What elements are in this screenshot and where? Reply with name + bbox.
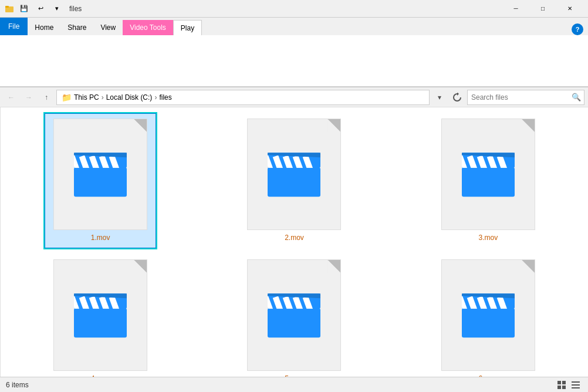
address-bar: ← → ↑ 📁 This PC › Local Disk (C:) › file…: [0, 87, 588, 107]
folder-icon: [5, 4, 14, 13]
file-item-f4[interactable]: 4.mov: [45, 254, 156, 377]
path-this-pc[interactable]: This PC: [74, 93, 99, 102]
svg-rect-59: [562, 386, 566, 389]
window-title: files: [69, 5, 82, 13]
path-local-disk[interactable]: Local Disk (C:): [106, 93, 153, 102]
tab-view[interactable]: View: [93, 20, 123, 35]
file-thumbnail: [53, 119, 147, 230]
main-area: 1.mov: [0, 107, 588, 377]
tab-file[interactable]: File: [0, 18, 28, 35]
title-bar-left: 💾 ↩ ▾ files: [5, 2, 82, 15]
search-box[interactable]: 🔍: [467, 90, 584, 105]
svg-rect-56: [557, 381, 561, 384]
file-thumbnail: [247, 259, 341, 371]
svg-rect-60: [572, 381, 580, 383]
large-icon-view[interactable]: [555, 379, 568, 391]
minimize-button[interactable]: ─: [502, 0, 529, 18]
file-name: 1.mov: [91, 234, 110, 242]
path-dropdown[interactable]: ▾: [432, 90, 447, 105]
svg-rect-61: [572, 384, 580, 386]
file-item-f2[interactable]: 2.mov: [238, 113, 350, 248]
title-bar: 💾 ↩ ▾ files ─ □ ✕: [0, 0, 588, 18]
up-button[interactable]: ↑: [39, 90, 54, 105]
ribbon-content: [0, 35, 588, 87]
help-button[interactable]: ?: [572, 23, 583, 35]
file-item-f3[interactable]: 3.mov: [432, 113, 544, 248]
tab-share[interactable]: Share: [60, 20, 93, 35]
qat-undo[interactable]: ↩: [34, 2, 47, 15]
forward-button[interactable]: →: [21, 90, 36, 105]
path-folder-icon: 📁: [62, 93, 72, 102]
file-area: 1.mov: [1, 107, 588, 377]
item-count: 6 items: [6, 381, 29, 389]
file-name: 3.mov: [478, 234, 498, 242]
svg-rect-62: [572, 387, 580, 388]
path-files[interactable]: files: [159, 93, 171, 102]
svg-rect-29: [74, 308, 127, 337]
file-item-f6[interactable]: 6.mov: [432, 254, 544, 377]
file-item-f1[interactable]: 1.mov: [45, 113, 156, 248]
tab-video-tools[interactable]: Video Tools: [123, 20, 173, 35]
svg-rect-11: [268, 167, 320, 197]
tab-play[interactable]: Play: [173, 20, 202, 35]
svg-rect-20: [462, 167, 515, 197]
file-thumbnail: [53, 259, 147, 371]
detail-view[interactable]: [569, 379, 582, 391]
back-button[interactable]: ←: [4, 90, 19, 105]
svg-rect-57: [562, 381, 566, 384]
file-thumbnail: [441, 119, 535, 230]
qat-down-arrow[interactable]: ▾: [50, 2, 63, 15]
status-bar: 6 items: [0, 377, 588, 392]
window-controls: ─ □ ✕: [502, 0, 583, 18]
search-icon[interactable]: 🔍: [569, 90, 584, 105]
svg-rect-38: [268, 308, 320, 337]
ribbon: File Home Share View Video Tools Play ?: [0, 18, 588, 87]
svg-rect-2: [74, 167, 127, 197]
file-item-f5[interactable]: 5.mov: [238, 254, 350, 377]
qat-save[interactable]: 💾: [18, 2, 31, 15]
file-thumbnail: [247, 119, 341, 230]
svg-rect-58: [557, 386, 561, 389]
refresh-button[interactable]: [450, 90, 465, 105]
close-button[interactable]: ✕: [556, 0, 583, 18]
svg-rect-1: [5, 6, 9, 8]
svg-rect-47: [462, 308, 515, 337]
address-path[interactable]: 📁 This PC › Local Disk (C:) › files: [56, 90, 430, 105]
tab-home[interactable]: Home: [28, 20, 60, 35]
ribbon-tabs: File Home Share View Video Tools Play ?: [0, 18, 588, 35]
view-buttons: [555, 379, 582, 391]
search-input[interactable]: [468, 93, 569, 102]
file-thumbnail: [441, 259, 535, 371]
maximize-button[interactable]: □: [529, 0, 556, 18]
file-name: 2.mov: [285, 234, 304, 242]
